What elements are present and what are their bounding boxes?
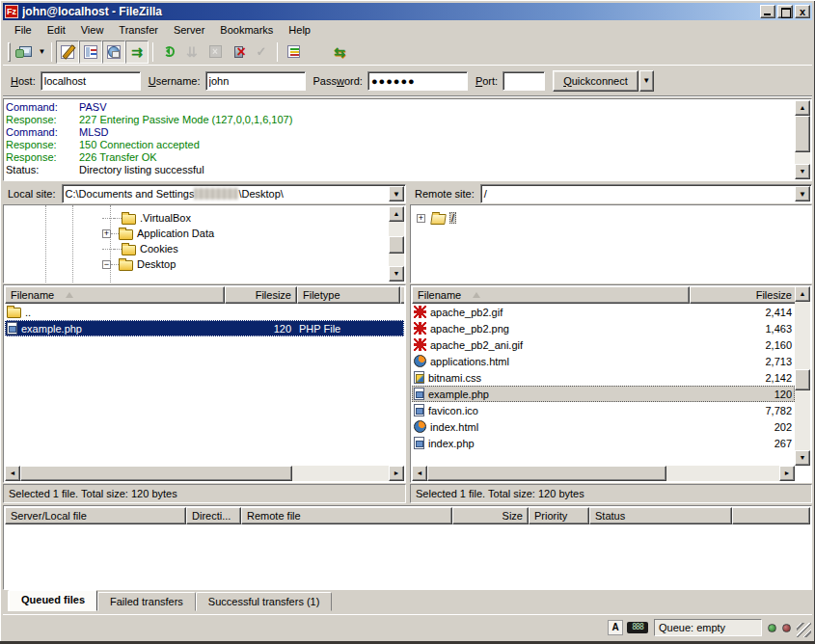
menu-server[interactable]: Server bbox=[166, 22, 212, 38]
local-hscrollbar[interactable]: ◄ ► bbox=[5, 466, 404, 481]
site-manager-dropdown-icon[interactable]: ▼ bbox=[37, 40, 47, 64]
file-row-apache-pb2-png[interactable]: apache_pb2.png1,463 bbox=[412, 320, 795, 336]
file-row-bitnami-css[interactable]: bitnami.css2,142 bbox=[412, 369, 795, 386]
scroll-down-icon[interactable]: ▼ bbox=[795, 164, 810, 179]
maximize-button[interactable] bbox=[777, 5, 793, 18]
quickconnect-dropdown-icon[interactable]: ▼ bbox=[639, 70, 654, 92]
remote-hscrollbar[interactable]: ◄ ► bbox=[412, 466, 795, 481]
queue-column-size[interactable]: Size bbox=[452, 507, 529, 524]
host-input[interactable] bbox=[41, 71, 141, 91]
tab-successful-transfers-1-[interactable]: Successful transfers (1) bbox=[196, 592, 333, 611]
file-row-index-html[interactable]: index.html202 bbox=[412, 418, 795, 435]
tab-queued-files[interactable]: Queued files bbox=[9, 590, 97, 611]
local-tree-scrollbar[interactable]: ▲ ▼ bbox=[389, 206, 404, 282]
file-row-apache-pb2-ani-gif[interactable]: apache_pb2_ani.gif2,160 bbox=[412, 336, 795, 353]
queue-column-remotefile[interactable]: Remote file bbox=[241, 507, 452, 524]
toggle-transfer-queue-button[interactable]: ⇉ bbox=[125, 40, 149, 64]
queue-column-directi[interactable]: Directi... bbox=[186, 507, 241, 524]
file-row-index-php[interactable]: index.php267 bbox=[412, 435, 795, 451]
column-header-filesize[interactable]: Filesize bbox=[690, 286, 795, 304]
site-manager-button[interactable] bbox=[14, 40, 37, 64]
column-header-filename[interactable]: Filename bbox=[5, 286, 225, 304]
tab-failed-transfers[interactable]: Failed transfers bbox=[97, 592, 196, 611]
column-header-l[interactable]: L bbox=[400, 286, 404, 304]
process-queue-button[interactable]: ⇊ bbox=[180, 40, 204, 64]
column-header-filetype[interactable]: Filetype bbox=[297, 286, 400, 304]
compare-directories-button[interactable] bbox=[305, 40, 328, 64]
file-row-applications-html[interactable]: applications.html2,713 bbox=[412, 353, 795, 369]
toggle-remote-tree-button[interactable] bbox=[102, 40, 125, 64]
local-hscroll-thumb[interactable] bbox=[20, 466, 292, 481]
remote-hscroll-thumb[interactable] bbox=[427, 466, 666, 481]
menu-transfer[interactable]: Transfer bbox=[111, 22, 166, 38]
menu-edit[interactable]: Edit bbox=[40, 22, 73, 38]
resize-grip[interactable] bbox=[797, 623, 811, 637]
reconnect-button[interactable]: ✓ bbox=[250, 40, 273, 64]
queue-column-priority[interactable]: Priority bbox=[529, 507, 589, 524]
speed-limits-icon[interactable]: 888 bbox=[627, 622, 648, 633]
filter-button[interactable] bbox=[282, 40, 305, 64]
php-file-icon bbox=[414, 404, 424, 416]
title-bar[interactable]: Fz john@localhost - FileZilla bbox=[3, 3, 812, 20]
file-row-favicon-ico[interactable]: favicon.ico7,782 bbox=[412, 402, 795, 418]
scroll-left-icon[interactable]: ◄ bbox=[412, 466, 427, 481]
scroll-right-icon[interactable]: ► bbox=[779, 466, 795, 481]
html-file-icon bbox=[414, 355, 426, 367]
synchronized-browsing-button[interactable]: ⇆ bbox=[328, 40, 351, 64]
tree-item-root[interactable]: +/ bbox=[417, 210, 456, 226]
sort-ascending-icon bbox=[66, 292, 73, 298]
remote-pane-status: Selected 1 file. Total size: 120 bytes bbox=[410, 484, 812, 503]
tree-expander-icon[interactable]: − bbox=[102, 260, 111, 269]
filename-text: apache_pb2.gif bbox=[430, 307, 503, 318]
scroll-down-icon[interactable]: ▼ bbox=[389, 266, 404, 282]
menu-view[interactable]: View bbox=[73, 22, 112, 38]
local-site-combobox[interactable]: C:\Documents and Settings\Desktop\ ▼ bbox=[62, 184, 406, 203]
tree-item-cookies[interactable]: Cookies bbox=[102, 241, 178, 256]
toggle-local-tree-button[interactable] bbox=[79, 40, 102, 64]
log-line: Status:Directory listing successful bbox=[6, 164, 794, 176]
scroll-down-icon[interactable]: ▼ bbox=[795, 450, 810, 466]
menu-file[interactable]: File bbox=[7, 22, 40, 38]
close-button[interactable] bbox=[795, 5, 810, 18]
local-site-dropdown-icon[interactable]: ▼ bbox=[389, 186, 404, 201]
file-row-example-php[interactable]: example.php120 bbox=[412, 386, 795, 402]
remote-vscroll-thumb[interactable] bbox=[795, 369, 810, 390]
column-header-filesize[interactable]: Filesize bbox=[225, 286, 297, 304]
log-scrollbar[interactable]: ▲ ▼ bbox=[795, 100, 810, 179]
filename-text: applications.html bbox=[430, 356, 509, 367]
scroll-right-icon[interactable]: ► bbox=[389, 466, 404, 481]
queue-column-status[interactable]: Status bbox=[589, 507, 732, 524]
toggle-message-log-button[interactable] bbox=[56, 40, 79, 64]
tree-item-application-data[interactable]: +Application Data bbox=[102, 226, 214, 241]
minimize-button[interactable] bbox=[760, 5, 775, 18]
tree-item-desktop[interactable]: −Desktop bbox=[102, 256, 176, 272]
local-tree-scroll-thumb[interactable] bbox=[389, 236, 404, 254]
window-title: john@localhost - FileZilla bbox=[22, 5, 760, 18]
remote-site-dropdown-icon[interactable]: ▼ bbox=[795, 186, 810, 201]
scroll-left-icon[interactable]: ◄ bbox=[5, 466, 20, 481]
menu-help[interactable]: Help bbox=[281, 22, 318, 38]
port-input[interactable] bbox=[503, 71, 545, 91]
username-input[interactable] bbox=[205, 71, 306, 91]
tree-item--virtualbox[interactable]: .VirtualBox bbox=[102, 210, 191, 226]
file-row-apache-pb2-gif[interactable]: apache_pb2.gif2,414 bbox=[412, 304, 795, 320]
menu-bookmarks[interactable]: Bookmarks bbox=[212, 22, 281, 38]
scroll-up-icon[interactable]: ▲ bbox=[389, 206, 404, 222]
remote-vscrollbar[interactable]: ▲ ▼ bbox=[795, 286, 810, 466]
queue-column-serverlocalfile[interactable]: Server/Local file bbox=[5, 507, 186, 524]
refresh-button[interactable] bbox=[157, 40, 180, 64]
file-row-example-php[interactable]: example.php120PHP File1 bbox=[5, 320, 404, 336]
scroll-up-icon[interactable]: ▲ bbox=[795, 100, 810, 116]
log-scroll-thumb[interactable] bbox=[795, 116, 810, 152]
find-files-button[interactable] bbox=[351, 40, 374, 64]
file-row--[interactable]: .. bbox=[5, 304, 404, 320]
password-input[interactable] bbox=[367, 71, 468, 91]
quickconnect-button[interactable]: Quickconnect bbox=[553, 70, 638, 92]
scroll-up-icon[interactable]: ▲ bbox=[795, 286, 810, 302]
cancel-button[interactable]: × bbox=[204, 40, 227, 64]
tree-expander-icon[interactable]: + bbox=[102, 229, 111, 238]
disconnect-button[interactable] bbox=[227, 40, 250, 64]
tree-expander-icon[interactable]: + bbox=[417, 214, 425, 223]
column-header-filename[interactable]: Filename bbox=[412, 286, 690, 304]
remote-site-combobox[interactable]: / ▼ bbox=[480, 184, 812, 203]
